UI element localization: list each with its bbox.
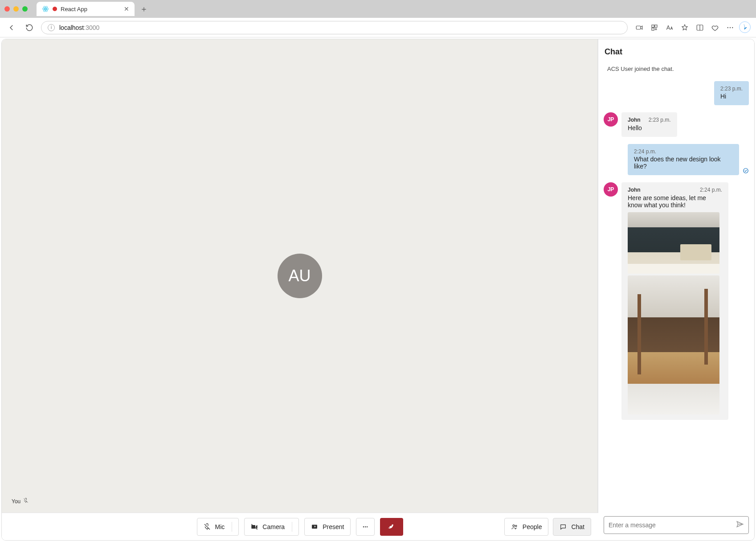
back-button[interactable] <box>5 21 18 34</box>
svg-point-16 <box>513 525 515 526</box>
chat-panel: Chat ACS User joined the chat. 2:23 p.m.… <box>598 39 754 540</box>
minimize-window-button[interactable] <box>13 6 19 12</box>
address-bar[interactable]: i localhost:3000 <box>41 21 628 34</box>
maximize-window-button[interactable] <box>22 6 28 12</box>
message-bubble-incoming[interactable]: John 2:24 p.m. Here are some ideas, let … <box>621 182 728 420</box>
more-browser-icon[interactable] <box>724 21 736 34</box>
svg-point-18 <box>744 168 748 173</box>
svg-rect-4 <box>636 26 641 29</box>
hangup-button[interactable] <box>380 518 403 536</box>
read-receipt-icon <box>743 168 749 175</box>
bing-chat-icon[interactable] <box>739 21 751 33</box>
svg-rect-7 <box>652 28 654 30</box>
svg-point-0 <box>45 8 46 10</box>
app-container: AU You Mic Camera Present <box>1 39 755 541</box>
react-favicon-icon <box>42 5 49 12</box>
svg-rect-5 <box>652 25 654 27</box>
message-bubble-outgoing[interactable]: 2:24 p.m. What does the new design look … <box>628 144 739 175</box>
present-icon <box>311 523 318 530</box>
people-icon <box>511 523 518 530</box>
message-time: 2:23 p.m. <box>720 86 743 92</box>
attachment-image-kitchen[interactable] <box>628 212 719 274</box>
divider <box>292 522 292 532</box>
mic-off-icon <box>204 523 211 530</box>
close-window-button[interactable] <box>4 6 10 12</box>
sender-avatar: JP <box>604 112 618 127</box>
self-name: You <box>12 498 20 505</box>
close-tab-button[interactable]: ✕ <box>124 5 129 12</box>
tab-title: React App <box>61 6 120 12</box>
message-time: 2:24 p.m. <box>634 148 733 155</box>
chat-label: Chat <box>571 523 584 530</box>
message-bubble-incoming[interactable]: John 2:23 p.m. Hello <box>621 112 677 137</box>
svg-point-17 <box>515 525 516 526</box>
svg-point-10 <box>730 27 731 28</box>
camera-label: Camera <box>262 523 285 530</box>
new-tab-button[interactable]: ＋ <box>138 4 150 14</box>
svg-point-9 <box>727 27 728 28</box>
video-area: AU You Mic Camera Present <box>2 39 598 540</box>
people-label: People <box>523 523 542 530</box>
message-row: JP John 2:24 p.m. Here are some ideas, l… <box>604 182 749 420</box>
refresh-button[interactable] <box>23 21 36 34</box>
message-time: 2:23 p.m. <box>649 117 671 123</box>
message-bubble-outgoing[interactable]: 2:23 p.m. Hi <box>714 81 749 105</box>
sender-avatar: JP <box>604 182 618 197</box>
chat-input-container <box>604 516 749 534</box>
mic-muted-icon <box>23 498 29 505</box>
url-port: :3000 <box>84 24 99 31</box>
more-options-button[interactable] <box>356 518 375 536</box>
call-controls-right: People Chat <box>504 518 591 536</box>
site-info-icon[interactable]: i <box>48 24 55 31</box>
browser-tab[interactable]: React App ✕ <box>37 2 135 16</box>
send-icon <box>736 520 744 528</box>
message-text: Hello <box>628 124 642 131</box>
avatar-initials: AU <box>288 267 311 285</box>
mic-label: Mic <box>215 523 225 530</box>
message-text: Here are some ideas, let me know what yo… <box>628 194 706 209</box>
hangup-icon <box>387 522 396 532</box>
message-text: What does the new design look like? <box>634 156 721 170</box>
sender-name: John <box>628 187 641 193</box>
message-time: 2:24 p.m. <box>700 187 722 193</box>
svg-point-14 <box>365 526 366 527</box>
attachments <box>628 212 722 415</box>
favorite-icon[interactable] <box>678 21 691 34</box>
url-host: localhost <box>59 24 84 31</box>
present-button[interactable]: Present <box>304 518 351 536</box>
people-button[interactable]: People <box>504 518 549 536</box>
present-label: Present <box>323 523 344 530</box>
chat-header: Chat <box>598 39 754 59</box>
video-stage: AU You <box>2 39 598 513</box>
text-size-icon[interactable] <box>663 21 676 34</box>
chat-icon <box>560 523 567 530</box>
collections-icon[interactable] <box>709 21 721 34</box>
sender-name: John <box>628 117 641 123</box>
chat-button[interactable]: Chat <box>553 518 591 536</box>
svg-rect-6 <box>655 25 657 27</box>
call-controls: Mic Camera Present People <box>2 513 598 540</box>
camera-off-icon <box>251 523 258 530</box>
chat-messages[interactable]: ACS User joined the chat. 2:23 p.m. Hi J… <box>598 59 754 512</box>
recording-indicator-icon <box>53 7 57 11</box>
svg-point-15 <box>367 526 368 527</box>
more-icon <box>362 523 369 530</box>
browser-toolbar: i localhost:3000 <box>0 18 756 37</box>
browser-tabbar: React App ✕ ＋ <box>0 0 756 18</box>
message-text: Hi <box>720 93 726 100</box>
chat-input[interactable] <box>609 521 732 529</box>
split-screen-icon[interactable] <box>694 21 706 34</box>
svg-point-13 <box>363 526 364 527</box>
mic-button[interactable]: Mic <box>197 518 239 536</box>
message-row: 2:23 p.m. Hi <box>604 81 749 105</box>
system-message: ACS User joined the chat. <box>604 64 749 74</box>
camera-permission-icon[interactable] <box>633 21 646 34</box>
camera-button[interactable]: Camera <box>244 518 299 536</box>
divider <box>232 522 232 532</box>
self-video-label: You <box>12 498 29 505</box>
attachment-image-livingroom[interactable] <box>628 275 719 415</box>
extensions-icon[interactable] <box>648 21 661 34</box>
window-controls <box>4 6 28 12</box>
send-button[interactable] <box>736 520 744 530</box>
remote-participant-avatar: AU <box>278 254 322 298</box>
